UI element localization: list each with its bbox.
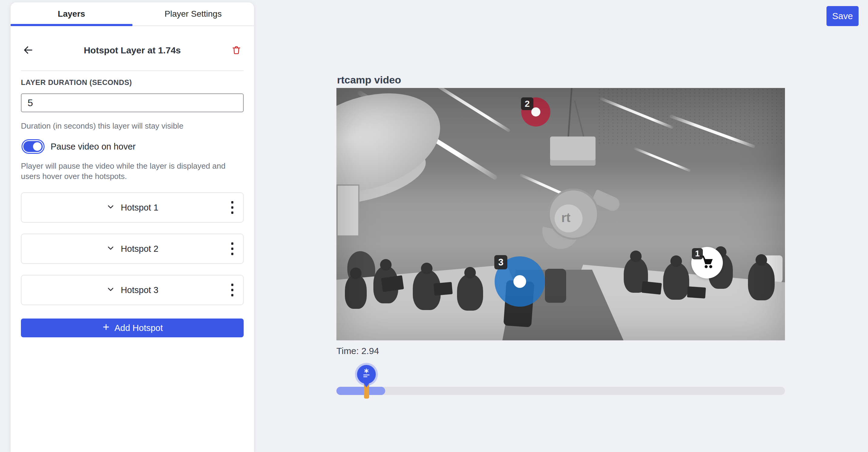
hotspot-card-label: Hotspot 2 — [121, 244, 158, 254]
delete-layer-button[interactable] — [229, 43, 244, 58]
toggle-knob — [33, 142, 41, 151]
trash-icon — [231, 45, 242, 56]
arrow-left-icon — [23, 45, 34, 56]
hotspot-menu-button[interactable] — [229, 241, 235, 257]
plus-icon — [102, 323, 110, 333]
duration-input[interactable] — [21, 93, 244, 112]
pause-toggle-row: Pause video on hover — [23, 139, 244, 154]
hotspot-center-dot — [531, 107, 540, 116]
timeline-slider[interactable] — [336, 387, 785, 395]
header-divider — [21, 70, 244, 71]
save-button[interactable]: Save — [827, 6, 859, 26]
pin-tail — [363, 381, 370, 387]
hotspot-editor-app: Layers Player Settings Hotspot Layer at … — [0, 0, 868, 452]
chevron-down-icon — [106, 285, 115, 295]
pause-on-hover-label: Pause video on hover — [51, 142, 136, 152]
rtcamp-mascot-mural — [548, 189, 599, 239]
layer-header: Hotspot Layer at 1.74s — [21, 39, 244, 61]
layers-panel: Layers Player Settings Hotspot Layer at … — [10, 2, 254, 452]
hotspot-card-3[interactable]: Hotspot 3 — [21, 275, 244, 305]
chevron-down-icon — [106, 244, 115, 254]
layer-fields: LAYER DURATION (SECONDS) Duration (in se… — [21, 78, 244, 337]
hotspot-number-badge: 3 — [494, 255, 507, 270]
hotspot-center-dot — [514, 275, 526, 288]
back-button[interactable] — [21, 43, 35, 58]
hotspot-card-2[interactable]: Hotspot 2 — [21, 233, 244, 264]
hotspot-menu-button[interactable] — [229, 199, 235, 216]
pause-on-hover-help: Player will pause the video while the la… — [21, 161, 244, 181]
hotspot-card-label: Hotspot 1 — [121, 203, 158, 213]
add-hotspot-button[interactable]: Add Hotspot — [21, 318, 244, 337]
hotspot-card-1[interactable]: Hotspot 1 — [21, 192, 244, 223]
video-hotspot-1[interactable]: 1 — [691, 247, 723, 279]
tab-player-settings-label: Player Settings — [164, 9, 221, 19]
video-hotspot-3[interactable]: 3 — [495, 256, 545, 307]
tab-layers-label: Layers — [58, 9, 85, 19]
add-hotspot-label: Add Hotspot — [115, 323, 163, 333]
hotspot-card-label: Hotspot 3 — [121, 285, 158, 295]
panel-tabs: Layers Player Settings — [10, 2, 254, 26]
layer-pin-icon — [361, 368, 372, 381]
video-hotspot-2[interactable]: 2 — [521, 97, 550, 126]
hotspot-number-badge: 2 — [521, 97, 533, 110]
pause-on-hover-toggle[interactable] — [23, 141, 43, 152]
tab-player-settings[interactable]: Player Settings — [132, 2, 254, 26]
layer-title: Hotspot Layer at 1.74s — [35, 45, 229, 56]
hotspot-menu-button[interactable] — [229, 282, 235, 298]
tab-layers[interactable]: Layers — [10, 2, 132, 26]
chevron-down-icon — [106, 202, 115, 213]
time-readout: Time: 2.94 — [336, 346, 379, 356]
hotspot-number-badge: 1 — [692, 248, 703, 259]
layer-marker-pin[interactable] — [357, 365, 376, 384]
duration-label: LAYER DURATION (SECONDS) — [21, 78, 244, 87]
duration-help: Duration (in seconds) this layer will st… — [21, 121, 244, 131]
video-title: rtcamp video — [337, 74, 401, 86]
timeline-progress-fill — [336, 387, 385, 395]
video-preview[interactable]: 2 3 1 — [336, 88, 785, 340]
